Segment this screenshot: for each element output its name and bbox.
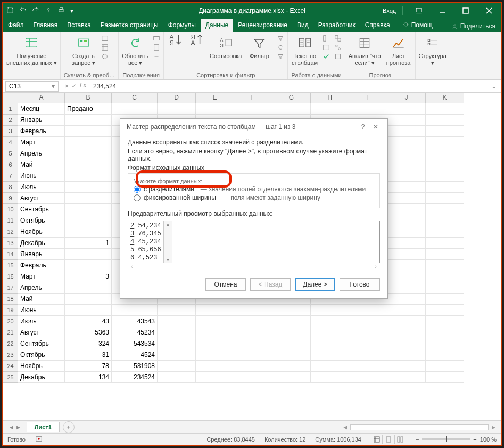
cell[interactable] — [426, 126, 464, 137]
cell[interactable]: 234524 — [112, 372, 158, 383]
sort-za-button[interactable]: ЯА — [188, 35, 205, 44]
row-header[interactable]: 11 — [3, 215, 18, 226]
col-header[interactable]: H — [311, 93, 349, 103]
cell[interactable] — [272, 349, 311, 361]
cell[interactable] — [387, 249, 426, 260]
row-header[interactable]: 14 — [3, 249, 18, 260]
cell[interactable]: Июнь — [18, 305, 65, 316]
cell[interactable]: Январь — [18, 115, 65, 126]
row-header[interactable]: 10 — [3, 204, 18, 215]
cell[interactable]: 543534 — [112, 338, 158, 349]
cell[interactable] — [426, 170, 464, 182]
tab-home[interactable]: Главная — [29, 19, 63, 32]
cell[interactable] — [387, 204, 426, 215]
row-header[interactable]: 4 — [3, 137, 18, 148]
filter-button[interactable]: Фильтр — [246, 35, 272, 60]
cell[interactable] — [65, 137, 112, 148]
formula-input[interactable]: 234,524 — [90, 83, 487, 90]
cell[interactable] — [65, 282, 112, 294]
add-sheet-button[interactable]: ＋ — [63, 421, 75, 433]
preview-hscroll[interactable]: ‹› — [128, 263, 380, 271]
cell[interactable] — [349, 327, 387, 338]
cell[interactable] — [426, 103, 464, 115]
cell[interactable]: 324 — [65, 338, 112, 349]
show-queries-button[interactable] — [101, 35, 109, 42]
row-header[interactable]: 23 — [3, 349, 18, 361]
cell[interactable]: Март — [18, 271, 65, 282]
cell[interactable] — [311, 103, 349, 115]
cell[interactable] — [272, 103, 311, 115]
close-button[interactable] — [477, 3, 501, 18]
cell[interactable] — [349, 372, 387, 383]
row-header[interactable]: 8 — [3, 182, 18, 193]
row-header[interactable]: 3 — [3, 126, 18, 137]
save-icon[interactable] — [6, 6, 14, 15]
sort-button[interactable]: АЯ Сортировка — [210, 35, 242, 60]
outline-button[interactable]: Структура ▾ — [419, 35, 447, 66]
cell[interactable] — [65, 193, 112, 204]
scroll-down-icon[interactable]: ▾ — [167, 257, 169, 263]
cell[interactable]: 5363 — [65, 327, 112, 338]
cell[interactable]: 31 — [65, 349, 112, 361]
cell[interactable] — [349, 349, 387, 361]
col-header[interactable]: G — [272, 93, 311, 103]
next-sheet-icon[interactable]: ► — [15, 424, 21, 430]
prev-sheet-icon[interactable]: ◄ — [9, 424, 14, 430]
cell[interactable] — [387, 103, 426, 115]
row-header[interactable]: 1 — [3, 103, 18, 115]
cell[interactable] — [65, 126, 112, 137]
cell[interactable]: Ноябрь — [18, 361, 65, 372]
cell[interactable] — [65, 260, 112, 271]
cell[interactable] — [426, 271, 464, 282]
confirm-formula-icon[interactable]: ✓ — [72, 82, 76, 90]
row-header[interactable]: 5 — [3, 148, 18, 159]
view-pagebreak-icon[interactable] — [394, 435, 406, 444]
cell[interactable] — [196, 349, 234, 361]
cell[interactable]: 78 — [65, 361, 112, 372]
zoom-out-icon[interactable]: − — [416, 436, 419, 443]
consolidate-button[interactable] — [334, 35, 342, 42]
cell[interactable] — [387, 327, 426, 338]
cell[interactable] — [426, 327, 464, 338]
properties-button[interactable] — [153, 44, 160, 51]
cell[interactable]: Сентябрь — [18, 204, 65, 215]
print-icon[interactable] — [57, 6, 65, 15]
cell[interactable] — [387, 349, 426, 361]
cell[interactable] — [387, 372, 426, 383]
cell[interactable]: Май — [18, 159, 65, 170]
cell[interactable] — [196, 103, 234, 115]
cell[interactable] — [311, 361, 349, 372]
cell[interactable] — [426, 349, 464, 361]
cell[interactable] — [196, 327, 234, 338]
col-header[interactable]: I — [349, 93, 387, 103]
redo-icon[interactable] — [32, 6, 39, 15]
cell[interactable] — [387, 305, 426, 316]
cell[interactable] — [426, 294, 464, 305]
tab-help[interactable]: Справка — [360, 19, 395, 32]
from-table-button[interactable] — [101, 44, 109, 51]
cell[interactable] — [387, 170, 426, 182]
col-header[interactable]: A — [18, 93, 65, 103]
cell[interactable] — [65, 159, 112, 170]
cell[interactable] — [65, 226, 112, 238]
cell[interactable]: Апрель — [18, 148, 65, 159]
cell[interactable] — [272, 305, 311, 316]
view-pagelayout-icon[interactable] — [383, 435, 394, 444]
cell[interactable]: Октябрь — [18, 349, 65, 361]
cell[interactable] — [311, 327, 349, 338]
cell[interactable]: 3 — [65, 271, 112, 282]
tab-data[interactable]: Данные — [201, 19, 233, 32]
cell[interactable] — [426, 249, 464, 260]
cell[interactable] — [387, 238, 426, 249]
cell[interactable] — [158, 361, 196, 372]
connections-button[interactable] — [153, 35, 160, 42]
cell[interactable] — [234, 361, 272, 372]
row-header[interactable]: 25 — [3, 372, 18, 383]
cell[interactable] — [234, 327, 272, 338]
cancel-button[interactable]: Отмена — [205, 278, 246, 291]
cancel-formula-icon[interactable]: ✕ — [65, 82, 69, 90]
cell[interactable] — [311, 349, 349, 361]
cell[interactable] — [426, 115, 464, 126]
zoom-value[interactable]: 100 % — [480, 436, 497, 443]
cell[interactable] — [272, 361, 311, 372]
